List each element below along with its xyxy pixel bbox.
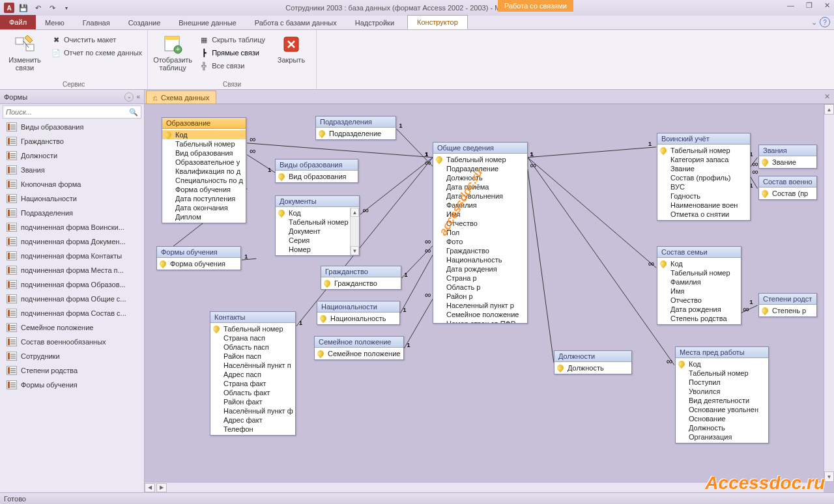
nav-item[interactable]: Кнопочная форма	[0, 177, 144, 191]
table-field[interactable]: Страна р	[433, 273, 527, 283]
table-field[interactable]: Дата окончания	[162, 203, 246, 212]
direct-relationships-button[interactable]: ┣ Прямые связи	[197, 47, 266, 59]
access-app-icon[interactable]: A	[3, 1, 16, 14]
edit-relationships-button[interactable]: Изменить связи	[4, 31, 46, 72]
table-field[interactable]: Наименование воен	[657, 201, 750, 210]
tab-addins[interactable]: Надстройки	[346, 16, 403, 29]
table-nats[interactable]: НациональностиНациональность	[317, 301, 400, 325]
table-field[interactable]: Населённый пункт ф	[210, 406, 295, 415]
tab-database-tools[interactable]: Работа с базами данных	[246, 16, 346, 29]
table-field[interactable]: Адрес пасп	[210, 370, 295, 379]
table-sempol[interactable]: Семейное положениеСемейное положение	[314, 336, 404, 360]
table-docs[interactable]: ДокументыКодТабельный номерДокументСерия…	[275, 195, 360, 256]
table-scrollbar[interactable]: ▲▼	[350, 208, 359, 255]
table-voinsky[interactable]: Воинский учётТабельный номерКатегория за…	[657, 133, 751, 221]
table-field[interactable]: Должность	[433, 173, 527, 182]
table-field[interactable]: Район р	[433, 292, 527, 301]
table-field[interactable]: Подразделение	[316, 129, 395, 138]
nav-item[interactable]: подчиненная форма Общие с...	[0, 292, 144, 306]
table-field[interactable]: Подразделение	[433, 164, 527, 173]
table-field[interactable]: Форма обучения	[162, 185, 246, 194]
scroll-down-icon[interactable]: ▼	[824, 471, 834, 482]
table-obshie[interactable]: Общие сведенияТабельный номерПодразделен…	[433, 142, 528, 324]
tab-create[interactable]: Создание	[119, 16, 170, 29]
table-field[interactable]: Дата поступления	[162, 194, 246, 203]
document-tab-close-icon[interactable]: ✕	[822, 92, 831, 101]
horizontal-scrollbar[interactable]: ◀ ▶	[145, 482, 824, 492]
table-field[interactable]: Диплом	[162, 212, 246, 221]
nav-header[interactable]: Формы ⌄ «	[0, 90, 144, 104]
nav-item[interactable]: Должности	[0, 148, 144, 163]
tab-external-data[interactable]: Внешние данные	[169, 16, 245, 29]
relationship-report-button[interactable]: 📄 Отчет по схеме данных	[50, 47, 143, 59]
close-window-icon[interactable]: ✕	[824, 1, 830, 10]
table-field[interactable]: Табельный номер	[676, 369, 768, 378]
table-field[interactable]: Табельный номер	[433, 155, 527, 164]
table-field[interactable]: Состав (профиль)	[657, 173, 750, 182]
nav-search-input[interactable]	[3, 107, 126, 117]
tab-home[interactable]: Главная	[74, 16, 119, 29]
nav-item[interactable]: Подразделения	[0, 206, 144, 220]
table-field[interactable]: Годность	[657, 191, 750, 201]
scroll-up-icon[interactable]: ▲	[824, 104, 834, 115]
nav-item[interactable]: Виды образования	[0, 120, 144, 134]
table-field[interactable]: Специальность по д	[162, 176, 246, 185]
table-field[interactable]: Населенный пункт р	[433, 301, 527, 310]
hide-table-button[interactable]: ▦ Скрыть таблицу	[197, 34, 266, 46]
all-relationships-button[interactable]: ╬ Все связи	[197, 60, 266, 72]
table-field[interactable]: Табельный номер	[276, 217, 359, 227]
qat-customize-icon[interactable]: ▾	[60, 1, 73, 14]
table-field[interactable]: Код	[676, 359, 768, 369]
table-field[interactable]: Степень р	[759, 306, 816, 315]
document-tab-schema[interactable]: ⎌ Схема данных	[146, 91, 216, 104]
table-sostav_semi[interactable]: Состав семьиКодТабельный номерФамилияИмя…	[657, 246, 741, 325]
table-field[interactable]: Вид образования	[162, 148, 246, 158]
nav-item[interactable]: Гражданство	[0, 134, 144, 148]
table-title[interactable]: Воинский учёт	[657, 133, 750, 145]
table-field[interactable]: Адрес факт	[210, 415, 295, 425]
table-field[interactable]: Телефон	[210, 425, 295, 434]
save-icon[interactable]: 💾	[17, 1, 30, 14]
table-field[interactable]: Поступил	[676, 378, 768, 387]
table-field[interactable]: Дата увольнения	[433, 191, 527, 201]
restore-icon[interactable]: ❐	[806, 1, 812, 10]
nav-item[interactable]: подчиненная форма Воински...	[0, 220, 144, 234]
table-title[interactable]: Степени родст	[759, 294, 816, 305]
minimize-icon[interactable]: —	[787, 1, 794, 10]
table-title[interactable]: Образование	[162, 118, 246, 129]
nav-item[interactable]: Сотрудники	[0, 349, 144, 363]
table-title[interactable]: Состав семьи	[657, 247, 741, 258]
table-field[interactable]: Квалификация по д	[162, 167, 246, 176]
help-icon[interactable]: ?	[820, 17, 830, 27]
table-podrazdel[interactable]: ПодразделенияПодразделение	[315, 116, 396, 140]
table-field[interactable]: Должность	[554, 363, 631, 372]
table-field[interactable]: Основание	[676, 414, 768, 423]
table-field[interactable]: Состав (пр	[759, 189, 816, 198]
table-field[interactable]: Национальность	[433, 255, 527, 264]
table-field[interactable]: Образовательное у	[162, 158, 246, 167]
nav-item[interactable]: Семейное положение	[0, 320, 144, 335]
table-field[interactable]: Область р	[433, 283, 527, 292]
nav-item[interactable]: Степени родства	[0, 363, 144, 378]
file-tab[interactable]: Файл	[0, 15, 36, 29]
table-field[interactable]: Код	[657, 259, 741, 268]
tab-menu[interactable]: Меню	[36, 16, 74, 29]
table-field[interactable]: ВУС	[657, 182, 750, 191]
table-field[interactable]: Звание	[759, 158, 816, 167]
table-title[interactable]: Должности	[554, 351, 631, 362]
table-field[interactable]: Область пасп	[210, 343, 295, 352]
table-field[interactable]: Гражданство	[433, 246, 527, 255]
table-vidy_obr[interactable]: Виды образованияВид образования	[275, 159, 358, 183]
table-field[interactable]: Отметка о снятии	[657, 210, 750, 219]
table-grazhd[interactable]: ГражданствоГражданство	[321, 266, 401, 290]
nav-item[interactable]: подчиненная форма Места п...	[0, 263, 144, 277]
table-title[interactable]: Формы обучения	[157, 247, 240, 258]
table-field[interactable]: Область факт	[210, 388, 295, 397]
table-obrazovanie[interactable]: ОбразованиеКодТабельный номерВид образов…	[162, 117, 246, 223]
table-field[interactable]: Вид деятельности	[676, 396, 768, 405]
table-field[interactable]: Номер страх св ПФР	[433, 319, 527, 323]
vertical-scrollbar[interactable]: ▲ ▼	[824, 104, 834, 482]
table-field[interactable]: Отчество	[657, 296, 741, 305]
table-field[interactable]: Семейное положение	[433, 310, 527, 319]
undo-icon[interactable]: ↶	[31, 1, 44, 14]
